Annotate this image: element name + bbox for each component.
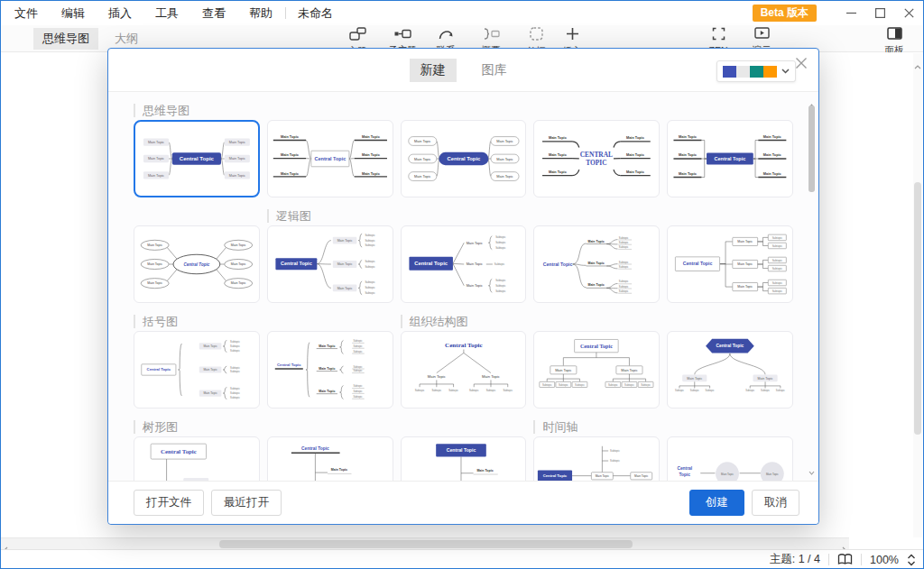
summary-icon bbox=[483, 27, 500, 43]
menu-items: 文件编辑插入工具查看帮助 bbox=[3, 5, 284, 22]
svg-text:Topic: Topic bbox=[679, 473, 691, 477]
menu-item-文件[interactable]: 文件 bbox=[3, 5, 50, 22]
svg-text:Main Topic: Main Topic bbox=[763, 171, 782, 176]
minimize-button[interactable] bbox=[846, 8, 856, 18]
svg-text:Main Topic: Main Topic bbox=[626, 170, 645, 174]
template-card-lg1[interactable]: Main TopicSubtopicSubtopicSubtopicMain T… bbox=[267, 225, 393, 303]
svg-text:Central Topic: Central Topic bbox=[683, 261, 713, 266]
svg-text:Main Topic: Main Topic bbox=[737, 262, 753, 266]
svg-text:Main Topic: Main Topic bbox=[763, 152, 782, 157]
template-card-tl2[interactable]: CentralTopicMain TopicMain Topic bbox=[667, 436, 793, 482]
statusbar-separator bbox=[861, 554, 862, 565]
page-overview-icon[interactable] bbox=[837, 554, 853, 565]
svg-text:Main Topic: Main Topic bbox=[466, 283, 482, 288]
topic-icon bbox=[349, 27, 366, 44]
template-card-tr1[interactable]: Central TopicMain Topic bbox=[134, 436, 260, 482]
dialog-scrollbar-thumb[interactable] bbox=[808, 106, 815, 192]
toolbar-button-面板[interactable]: 面板 bbox=[873, 27, 915, 55]
view-tab-思维导图[interactable]: 思维导图 bbox=[33, 28, 98, 50]
template-card-mm4[interactable]: Main TopicMain TopicMain TopicMain Topic… bbox=[533, 120, 660, 197]
section-label-逻辑图: 逻辑图 bbox=[267, 209, 311, 223]
template-card-og3[interactable]: Central TopicMain TopicSubtopicSubtopicS… bbox=[667, 331, 793, 408]
view-tab-大纲[interactable]: 大纲 bbox=[106, 28, 147, 50]
svg-text:Main Topic: Main Topic bbox=[556, 368, 572, 372]
vertical-scrollbar-thumb[interactable] bbox=[914, 182, 921, 435]
dialog-tab-新建[interactable]: 新建 bbox=[410, 59, 457, 82]
template-card-mm5[interactable]: Main TopicMain TopicMain TopicMain Topic… bbox=[667, 120, 793, 197]
svg-text:Central Topic: Central Topic bbox=[580, 344, 613, 349]
vertical-scrollbar[interactable] bbox=[913, 53, 922, 537]
svg-text:Subtopic: Subtopic bbox=[619, 241, 629, 244]
svg-text:Subtopic: Subtopic bbox=[772, 244, 783, 248]
svg-text:Main Topic: Main Topic bbox=[763, 134, 782, 139]
svg-text:Main Topic: Main Topic bbox=[147, 262, 162, 266]
scroll-up-icon[interactable] bbox=[914, 57, 921, 73]
template-card-bk1[interactable]: Main TopicSubtopicSubtopicSubtopicMain T… bbox=[134, 331, 260, 408]
svg-text:Subtopic: Subtopic bbox=[353, 395, 363, 399]
svg-text:Main Topic: Main Topic bbox=[626, 152, 645, 157]
zoom-stepper-icon[interactable] bbox=[907, 554, 916, 566]
svg-text:Central Topic: Central Topic bbox=[314, 156, 346, 161]
template-card-mm6[interactable]: Main TopicMain TopicMain TopicMain Topic… bbox=[134, 225, 260, 303]
svg-text:Main Topic: Main Topic bbox=[281, 134, 300, 139]
svg-text:Main Topic: Main Topic bbox=[281, 171, 300, 176]
template-card-mm1-selected[interactable]: Main TopicMain TopicMain TopicMain Topic… bbox=[134, 120, 260, 197]
svg-text:Central Topic: Central Topic bbox=[147, 367, 171, 372]
menu-item-查看[interactable]: 查看 bbox=[190, 5, 237, 22]
scroll-down-icon[interactable] bbox=[808, 463, 815, 479]
template-card-mm3[interactable]: Main TopicMain TopicMain TopicMain Topic… bbox=[401, 120, 527, 197]
dialog-close-icon[interactable] bbox=[795, 57, 808, 69]
recent-files-button[interactable]: 最近打开 bbox=[211, 490, 282, 516]
svg-text:Main Topic: Main Topic bbox=[147, 243, 162, 247]
open-file-button[interactable]: 打开文件 bbox=[134, 490, 204, 516]
beta-badge: Beta 版本 bbox=[753, 5, 817, 22]
svg-text:Main Topic: Main Topic bbox=[622, 368, 638, 372]
subtopic-icon bbox=[394, 27, 411, 43]
dialog-scrollbar[interactable] bbox=[808, 94, 816, 481]
svg-text:Main Topic: Main Topic bbox=[414, 174, 430, 179]
template-card-og1[interactable]: Central TopicMain TopicSubtopicSubtopicS… bbox=[401, 331, 527, 408]
theme-color-dropdown[interactable] bbox=[716, 60, 796, 82]
svg-text:Main Topic: Main Topic bbox=[231, 243, 246, 247]
svg-text:Main Topic: Main Topic bbox=[319, 344, 335, 348]
template-card-lg2[interactable]: Main TopicSubtopicSubtopicSubtopicMain T… bbox=[401, 225, 527, 303]
template-card-tr3[interactable]: Central TopicMain TopicMain Topic bbox=[401, 436, 527, 482]
svg-text:Subtopic: Subtopic bbox=[365, 234, 375, 237]
svg-text:Main Topic: Main Topic bbox=[319, 367, 335, 371]
menu-item-帮助[interactable]: 帮助 bbox=[237, 5, 284, 22]
template-card-og2[interactable]: Central TopicMain TopicSubtopicSubtopicS… bbox=[533, 331, 660, 408]
svg-text:Subtopic: Subtopic bbox=[619, 245, 629, 249]
menu-item-插入[interactable]: 插入 bbox=[97, 5, 143, 22]
svg-text:Subtopic: Subtopic bbox=[619, 280, 629, 284]
svg-text:Main Topic: Main Topic bbox=[414, 157, 430, 161]
template-card-mm2[interactable]: Main TopicMain TopicMain TopicMain Topic… bbox=[267, 120, 393, 197]
create-button[interactable]: 创建 bbox=[689, 490, 744, 516]
horizontal-scrollbar[interactable] bbox=[1, 537, 849, 549]
cancel-button[interactable]: 取消 bbox=[752, 490, 799, 516]
section-label-时间轴: 时间轴 bbox=[533, 420, 578, 434]
svg-text:Subtopic: Subtopic bbox=[495, 246, 506, 250]
horizontal-scrollbar-thumb[interactable] bbox=[219, 540, 633, 548]
svg-text:Subtopic: Subtopic bbox=[772, 236, 783, 240]
zen-icon bbox=[712, 27, 725, 44]
maximize-button[interactable] bbox=[875, 8, 885, 18]
svg-text:Main Topic: Main Topic bbox=[148, 157, 164, 161]
svg-text:Main Topic: Main Topic bbox=[337, 287, 352, 290]
svg-text:Main Topic: Main Topic bbox=[427, 374, 445, 379]
color-swatch bbox=[723, 66, 736, 78]
dialog-tab-图库[interactable]: 图库 bbox=[471, 59, 518, 82]
template-card-lg3[interactable]: Main TopicSubtopicSubtopicSubtopicMain T… bbox=[533, 225, 660, 303]
svg-text:Subtopic: Subtopic bbox=[494, 262, 504, 266]
menu-item-工具[interactable]: 工具 bbox=[143, 5, 190, 22]
svg-text:Main Topic: Main Topic bbox=[362, 152, 381, 157]
template-card-tr2[interactable]: Central TopicMain TopicMain Topic bbox=[267, 436, 393, 482]
template-card-tl1[interactable]: SubtopicSubtopicCentral TopicMain TopicM… bbox=[533, 436, 660, 482]
template-card-lg4[interactable]: Main TopicSubtopicSubtopicMain TopicSubt… bbox=[667, 225, 793, 303]
dialog-header: 新建图库 bbox=[108, 49, 818, 92]
close-button[interactable] bbox=[904, 8, 914, 18]
svg-text:Subtopic: Subtopic bbox=[365, 280, 375, 284]
template-card-bk2[interactable]: Central TopicMain TopicSubtopicSubtopicS… bbox=[267, 331, 393, 408]
menu-item-编辑[interactable]: 编辑 bbox=[50, 5, 97, 22]
svg-text:Main Topic: Main Topic bbox=[281, 152, 300, 157]
svg-text:Subtopic: Subtopic bbox=[610, 449, 620, 453]
